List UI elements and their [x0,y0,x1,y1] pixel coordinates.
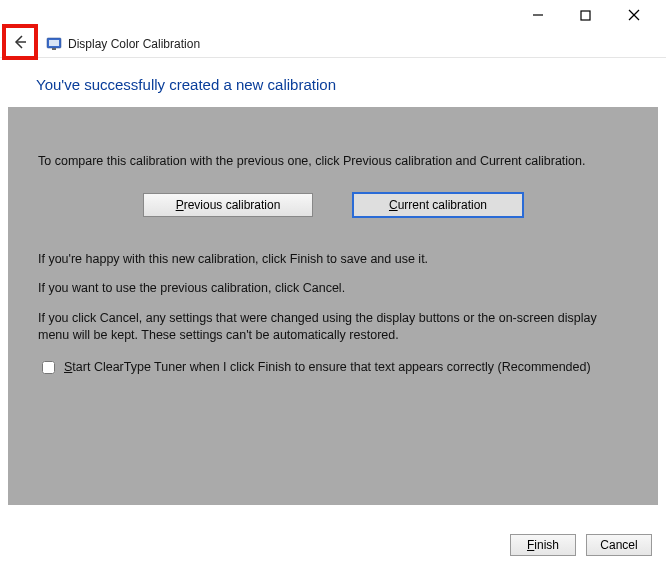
app-icon [46,36,62,52]
back-arrow-icon[interactable] [12,34,28,50]
svg-rect-1 [581,11,590,20]
close-button[interactable] [628,9,658,21]
svg-rect-6 [49,40,59,46]
previous-calibration-button[interactable]: Previous calibration [143,193,313,217]
finish-button[interactable]: Finish [510,534,576,556]
maximize-icon [580,10,591,21]
minimize-button[interactable] [532,9,562,21]
back-button-highlight [2,24,38,60]
cleartype-checkbox[interactable] [42,361,55,374]
maximize-button[interactable] [580,10,610,21]
header-row: Display Color Calibration [0,30,666,58]
cancel-button[interactable]: Cancel [586,534,652,556]
current-calibration-button[interactable]: Current calibration [353,193,523,217]
cleartype-checkbox-row: Start ClearType Tuner when I click Finis… [38,359,628,377]
cancel-warning-text: If you click Cancel, any settings that w… [38,310,628,345]
footer-buttons: Finish Cancel [510,534,652,556]
title-bar [0,0,666,30]
intro-text: To compare this calibration with the pre… [38,153,628,171]
svg-rect-7 [52,48,56,50]
cleartype-label[interactable]: Start ClearType Tuner when I click Finis… [64,359,591,377]
compare-buttons-row: Previous calibration Current calibration [38,193,628,217]
close-icon [628,9,640,21]
minimize-icon [532,9,544,21]
page-title: You've successfully created a new calibr… [0,58,666,107]
cancel-instruction-text: If you want to use the previous calibrat… [38,280,628,298]
main-panel: To compare this calibration with the pre… [8,107,658,505]
window-title: Display Color Calibration [68,37,200,51]
finish-instruction-text: If you're happy with this new calibratio… [38,251,628,269]
